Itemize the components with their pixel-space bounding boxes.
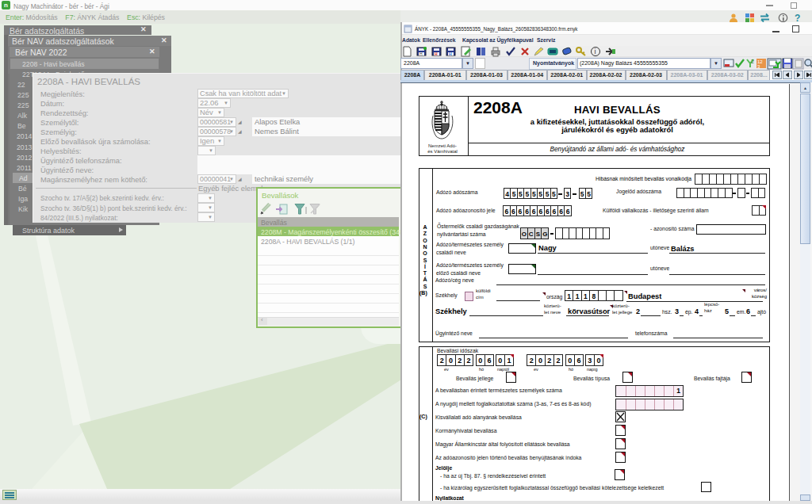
svg-text:H: H — [449, 52, 452, 56]
svg-text:H: H — [435, 52, 438, 56]
svg-text:H: H — [419, 52, 423, 56]
svg-text:i: i — [595, 48, 596, 55]
svg-text:2: 2 — [751, 59, 754, 64]
